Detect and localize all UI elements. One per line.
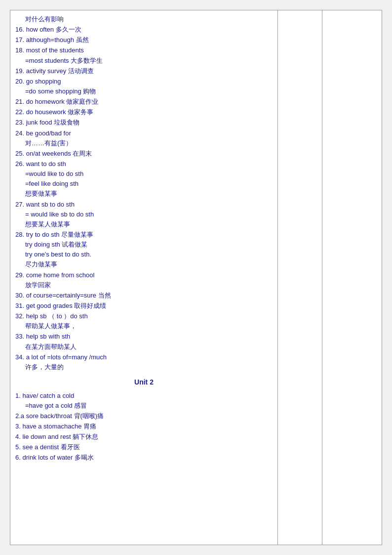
main-content: 对什么有影响 16. how often 多久一次 17. although=t… [10, 10, 278, 545]
item-text: 想要某人做某事 [15, 219, 273, 229]
item-text: 对……有益(害） [15, 138, 273, 148]
item-text: 31. get good grades 取得好成绩 [15, 301, 273, 311]
item-text: 20. go shopping [15, 77, 273, 86]
item-text: 1. have/ catch a cold [15, 391, 273, 401]
list-item: 23. junk food 垃圾食物 [15, 118, 273, 128]
list-item: 30. of course=certainly=sure 当然 [15, 291, 273, 300]
item-text: 28. try to do sth 尽量做某事 [15, 230, 273, 240]
item-text: 16. how often 多久一次 [15, 25, 273, 35]
list-item: 34. a lot of =lots of=many /much 许多，大量的 [15, 352, 273, 372]
item-text: 25. on/at weekends 在周末 [15, 149, 273, 159]
item-text: 27. want sb to do sth [15, 200, 273, 210]
unit2-title: Unit 2 [15, 377, 273, 388]
list-item: 17. although=though 虽然 [15, 35, 273, 45]
item-text: 许多，大量的 [15, 362, 273, 372]
list-item: 33. help sb with sth 在某方面帮助某人 [15, 332, 273, 351]
item-text: 34. a lot of =lots of=many /much [15, 352, 273, 362]
list-item: 对什么有影响 [15, 14, 273, 24]
item-text: 26. want to do sth [15, 159, 273, 169]
list-item: 25. on/at weekends 在周末 [15, 149, 273, 159]
item-text: 6. drink lots of water 多喝水 [15, 453, 273, 463]
list-item: 32. help sb （ to ）do sth 帮助某人做某事， [15, 311, 273, 331]
list-item: 31. get good grades 取得好成绩 [15, 301, 273, 311]
item-text: 32. help sb （ to ）do sth [15, 311, 273, 321]
list-item: 22. do housework 做家务事 [15, 107, 273, 117]
item-text: 24. be good/bad for [15, 128, 273, 138]
list-item: 3. have a stomachache 胃痛 [15, 422, 273, 431]
item-text: 23. junk food 垃圾食物 [15, 118, 273, 128]
list-item: 20. go shopping =do some shopping 购物 [15, 77, 273, 96]
item-text: 2.a sore back/throat 背(咽喉)痛 [15, 411, 273, 421]
item-text: 尽力做某事 [15, 259, 273, 269]
item-text: 3. have a stomachache 胃痛 [15, 422, 273, 431]
list-item: 19. activity survey 活动调查 [15, 66, 273, 76]
item-text: 想要做某事 [15, 189, 273, 199]
item-text: =have got a cold 感冒 [15, 401, 273, 411]
item-text: 18. most of the students [15, 45, 273, 55]
list-item: 18. most of the students =most students … [15, 45, 273, 65]
item-text: 17. although=though 虽然 [15, 35, 273, 45]
item-text: 对什么有影响 [15, 14, 273, 24]
column-2 [278, 10, 322, 545]
list-item: 6. drink lots of water 多喝水 [15, 453, 273, 463]
list-item: 16. how often 多久一次 [15, 25, 273, 35]
item-text: 19. activity survey 活动调查 [15, 66, 273, 76]
item-text: 29. come home from school [15, 270, 273, 280]
list-item: 26. want to do sth =would like to do sth… [15, 159, 273, 199]
item-text: try doing sth 试着做某 [15, 240, 273, 250]
list-item: 24. be good/bad for 对……有益(害） [15, 128, 273, 148]
unit1-items: 对什么有影响 16. how often 多久一次 17. although=t… [15, 14, 273, 372]
item-text: =do some shopping 购物 [15, 86, 273, 96]
list-item: 21. do homework 做家庭作业 [15, 97, 273, 107]
list-item: 1. have/ catch a cold =have got a cold 感… [15, 391, 273, 411]
item-text: 5. see a dentist 看牙医 [15, 442, 273, 452]
list-item: 2.a sore back/throat 背(咽喉)痛 [15, 411, 273, 421]
item-text: 22. do housework 做家务事 [15, 107, 273, 117]
item-text: =feel like doing sth [15, 179, 273, 189]
item-text: 帮助某人做某事， [15, 321, 273, 331]
item-text: 33. help sb with sth [15, 332, 273, 342]
list-item: 29. come home from school 放学回家 [15, 270, 273, 290]
item-text: 放学回家 [15, 280, 273, 290]
item-text: 30. of course=certainly=sure 当然 [15, 291, 273, 300]
item-text: 在某方面帮助某人 [15, 342, 273, 352]
column-3 [322, 10, 382, 545]
list-item: 5. see a dentist 看牙医 [15, 442, 273, 452]
list-item: 4. lie down and rest 躺下休息 [15, 432, 273, 442]
list-item: 27. want sb to do sth = would like sb to… [15, 200, 273, 229]
item-text: 21. do homework 做家庭作业 [15, 97, 273, 107]
page: 对什么有影响 16. how often 多久一次 17. although=t… [10, 10, 382, 545]
list-item: 28. try to do sth 尽量做某事 try doing sth 试着… [15, 230, 273, 270]
item-text: =would like to do sth [15, 169, 273, 179]
item-text: = would like sb to do sth [15, 210, 273, 219]
unit2-section: Unit 2 1. have/ catch a cold =have got a… [15, 377, 273, 463]
item-text: try one's best to do sth. [15, 250, 273, 259]
item-text: =most students 大多数学生 [15, 56, 273, 66]
item-text: 4. lie down and rest 躺下休息 [15, 432, 273, 442]
